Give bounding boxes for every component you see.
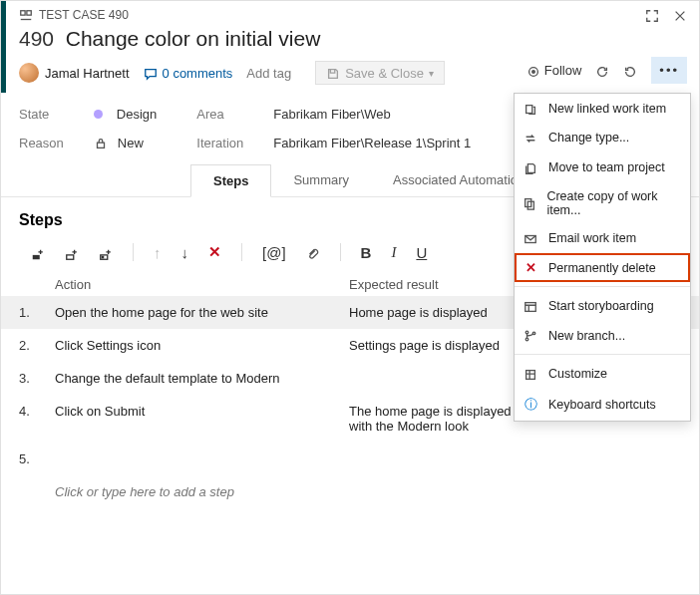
work-item-type-icon [19,8,33,23]
revert-icon[interactable] [623,63,637,79]
header: TEST CASE 490 490 Change color on initia… [1,1,699,95]
underline-icon[interactable]: U [416,244,427,261]
svg-rect-5 [33,255,40,259]
assignee-name: Jamal Hartnett [45,66,130,81]
move-up-icon[interactable]: ↑ [154,244,162,261]
state-value[interactable]: Design [94,107,157,122]
add-step-placeholder[interactable]: Click or type here to add a step [1,475,699,508]
svg-rect-13 [525,302,536,311]
avatar [19,63,39,83]
more-actions-button[interactable]: ••• [651,57,687,84]
insert-step-icon[interactable] [31,244,45,261]
menu-create-copy[interactable]: Create copy of work item... [515,182,690,224]
menu-new-branch[interactable]: New branch... [515,321,690,351]
email-icon [523,231,538,247]
svg-rect-0 [21,10,25,14]
follow-button[interactable]: Follow [526,63,582,79]
menu-customize[interactable]: Customize [515,359,690,389]
svg-rect-4 [97,144,104,149]
bold-icon[interactable]: B [361,244,372,261]
work-item-id: 490 [19,27,54,50]
svg-point-3 [531,70,534,73]
move-icon [523,159,538,175]
delete-icon: ✕ [523,260,538,275]
at-mention-icon[interactable]: [@] [262,244,286,261]
close-icon[interactable] [673,7,687,23]
comment-icon [144,65,158,81]
tab-summary[interactable]: Summary [271,164,371,197]
tab-steps[interactable]: Steps [190,164,271,197]
state-label: State [19,107,49,122]
title[interactable]: 490 Change color on initial view [19,27,687,51]
step-row[interactable]: 5. [1,443,699,475]
accent-bar [1,1,6,93]
customize-icon [523,366,538,382]
col-action: Action [55,277,349,292]
attachment-icon[interactable] [306,244,320,261]
link-icon [523,101,538,117]
svg-rect-9 [526,105,532,113]
state-dot [94,110,103,119]
comments-count: 0 comments [163,66,233,81]
reason-value[interactable]: New [94,136,157,151]
reason-label: Reason [19,136,64,150]
add-tag[interactable]: Add tag [246,66,291,81]
iteration-label: Iteration [196,136,243,150]
area-value[interactable]: Fabrikam Fiber\Web [273,107,471,122]
svg-point-14 [525,332,528,335]
chevron-down-icon: ▾ [429,68,434,79]
svg-rect-1 [27,10,31,14]
menu-permanently-delete[interactable]: ✕Permanently delete [515,253,690,282]
save-close-button[interactable]: Save & Close ▾ [315,61,445,85]
fullscreen-icon[interactable] [645,7,659,23]
insert-param-icon[interactable] [99,244,113,261]
insert-shared-step-icon[interactable] [65,244,79,261]
info-icon: ⓘ [523,396,538,414]
menu-separator [515,286,690,287]
branch-icon [523,328,538,344]
menu-separator [515,354,690,355]
menu-shortcuts[interactable]: ⓘKeyboard shortcuts [515,389,690,421]
storyboard-icon [523,298,538,314]
area-label: Area [196,107,223,122]
context-menu: New linked work item Change type... Move… [514,93,691,422]
svg-rect-8 [102,256,105,259]
refresh-icon[interactable] [595,63,609,79]
change-icon [523,131,538,147]
move-down-icon[interactable]: ↓ [181,244,189,261]
comments-link[interactable]: 0 comments [144,65,233,81]
follow-icon [526,63,540,79]
menu-storyboard[interactable]: Start storyboarding [515,291,690,321]
work-item-title: Change color on initial view [66,27,321,50]
assignee[interactable]: Jamal Hartnett [19,63,130,83]
svg-rect-17 [526,371,535,380]
save-icon [326,65,340,81]
delete-step-icon[interactable]: ✕ [208,243,221,261]
work-item-type-label: TEST CASE 490 [39,8,129,22]
menu-new-linked[interactable]: New linked work item [515,94,690,124]
copy-icon [523,195,536,211]
menu-move-project[interactable]: Move to team project [515,152,690,182]
svg-point-15 [525,339,528,342]
italic-icon[interactable]: I [391,244,396,261]
lock-icon [94,136,108,151]
iteration-value[interactable]: Fabrikam Fiber\Release 1\Sprint 1 [273,136,471,150]
menu-change-type[interactable]: Change type... [515,124,690,153]
svg-rect-6 [67,255,74,259]
menu-email[interactable]: Email work item [515,224,690,254]
